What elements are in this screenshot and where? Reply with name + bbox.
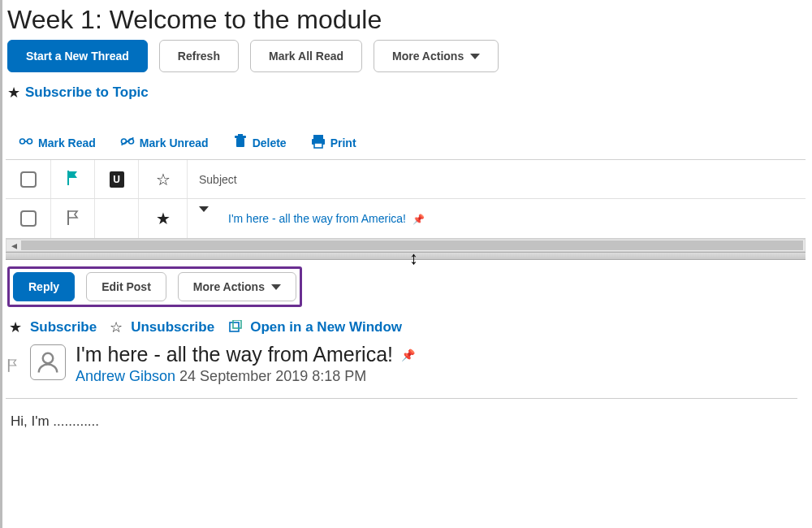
svg-rect-9 bbox=[314, 143, 322, 148]
post-link-row: ★ Subscribe ☆ Unsubscribe Open in a New … bbox=[9, 318, 812, 336]
post-flag-toggle[interactable] bbox=[6, 343, 20, 372]
svg-rect-5 bbox=[235, 136, 246, 138]
page-title: Week 1: Welcome to the module bbox=[7, 5, 812, 35]
top-action-bar: Start a New Thread Refresh Mark All Read… bbox=[7, 40, 812, 72]
post-more-actions-label: More Actions bbox=[193, 280, 265, 293]
print-link[interactable]: Print bbox=[311, 134, 356, 151]
svg-rect-7 bbox=[313, 135, 323, 139]
header-flag-cell[interactable] bbox=[51, 160, 95, 198]
mark-unread-label: Mark Unread bbox=[140, 136, 209, 149]
header-checkbox-cell bbox=[6, 160, 51, 198]
row-checkbox-cell bbox=[6, 199, 51, 238]
chevron-down-icon bbox=[271, 284, 281, 290]
table-header-row: U ☆ Subject bbox=[6, 160, 806, 199]
glasses-strike-icon bbox=[120, 134, 135, 151]
post-title: I'm here - all the way from America! 📌 bbox=[76, 343, 415, 366]
post-header: I'm here - all the way from America! 📌 A… bbox=[6, 343, 812, 393]
svg-point-1 bbox=[28, 139, 32, 144]
threads-table: U ☆ Subject ★ bbox=[6, 159, 806, 239]
star-outline-icon: ☆ bbox=[156, 170, 171, 189]
star-solid-icon: ★ bbox=[7, 84, 20, 102]
pin-icon: 📌 bbox=[412, 214, 425, 225]
subscribe-topic-row: ★ Subscribe to Topic bbox=[7, 84, 812, 102]
scroll-left-arrow-icon[interactable]: ◂ bbox=[8, 240, 19, 250]
new-window-icon bbox=[229, 320, 242, 335]
svg-point-0 bbox=[20, 139, 25, 144]
pin-icon: 📌 bbox=[401, 348, 415, 361]
header-subject-cell: Subject bbox=[188, 160, 806, 198]
post-action-highlight: Reply Edit Post More Actions bbox=[7, 266, 302, 307]
mark-read-label: Mark Read bbox=[38, 136, 96, 149]
mark-unread-link[interactable]: Mark Unread bbox=[120, 134, 209, 151]
flag-outline-icon bbox=[67, 210, 80, 227]
delete-label: Delete bbox=[253, 136, 287, 149]
thread-subject-link[interactable]: I'm here - all the way from America! bbox=[228, 212, 406, 225]
select-all-checkbox[interactable] bbox=[20, 171, 37, 188]
avatar bbox=[30, 344, 66, 380]
unsubscribe-link[interactable]: Unsubscribe bbox=[131, 319, 214, 335]
divider bbox=[6, 398, 797, 399]
reply-button[interactable]: Reply bbox=[13, 272, 75, 301]
delete-link[interactable]: Delete bbox=[233, 134, 287, 151]
horizontal-scrollbar[interactable]: ◂ bbox=[6, 239, 806, 252]
header-attachment-cell[interactable]: U bbox=[95, 160, 139, 198]
post-more-actions-button[interactable]: More Actions bbox=[178, 272, 296, 301]
svg-rect-4 bbox=[236, 138, 244, 147]
row-checkbox[interactable] bbox=[20, 210, 37, 227]
trash-icon bbox=[233, 134, 248, 151]
header-star-cell[interactable]: ☆ bbox=[139, 160, 188, 198]
svg-rect-10 bbox=[230, 322, 239, 331]
post-meta: Andrew Gibson 24 September 2019 8:18 PM bbox=[76, 368, 415, 385]
table-row: ★ I'm here - all the way from America! 📌 bbox=[6, 199, 806, 238]
print-label: Print bbox=[330, 136, 356, 149]
subscribe-to-topic-link[interactable]: Subscribe to Topic bbox=[25, 84, 149, 101]
row-star-cell[interactable]: ★ bbox=[139, 199, 188, 238]
post-body: Hi, I'm ............ bbox=[11, 413, 812, 430]
svg-rect-11 bbox=[233, 320, 241, 328]
expand-caret-icon[interactable] bbox=[199, 212, 209, 225]
thread-toolbar: Mark Read Mark Unread Delete Print bbox=[19, 134, 812, 151]
glasses-icon bbox=[19, 134, 33, 151]
post-author-link[interactable]: Andrew Gibson bbox=[76, 368, 175, 384]
subscribe-link[interactable]: Subscribe bbox=[30, 319, 97, 335]
svg-rect-6 bbox=[238, 134, 243, 136]
resize-cursor-icon: ↕ bbox=[409, 248, 418, 269]
row-flag-cell[interactable] bbox=[51, 199, 95, 238]
pane-resize-handle[interactable]: ↕ bbox=[6, 252, 806, 260]
printer-icon bbox=[311, 134, 326, 151]
more-actions-button[interactable]: More Actions bbox=[374, 40, 499, 72]
row-attach-cell bbox=[95, 199, 139, 238]
open-new-window-link[interactable]: Open in a New Window bbox=[250, 319, 402, 335]
star-solid-icon: ★ bbox=[156, 209, 171, 228]
start-new-thread-button[interactable]: Start a New Thread bbox=[7, 40, 148, 72]
attachment-icon: U bbox=[110, 171, 124, 188]
refresh-button[interactable]: Refresh bbox=[159, 40, 239, 72]
chevron-down-icon bbox=[470, 54, 480, 59]
edit-post-button[interactable]: Edit Post bbox=[86, 272, 166, 301]
post-timestamp: 24 September 2019 8:18 PM bbox=[179, 368, 366, 384]
mark-all-read-button[interactable]: Mark All Read bbox=[250, 40, 362, 72]
svg-point-12 bbox=[43, 353, 54, 364]
row-subject-cell: I'm here - all the way from America! 📌 bbox=[188, 199, 806, 238]
more-actions-label: More Actions bbox=[392, 50, 464, 63]
post-title-text: I'm here - all the way from America! bbox=[76, 343, 393, 366]
mark-read-link[interactable]: Mark Read bbox=[19, 134, 96, 151]
star-solid-icon: ★ bbox=[9, 318, 22, 336]
flag-icon bbox=[67, 171, 80, 188]
star-outline-icon: ☆ bbox=[110, 318, 123, 336]
